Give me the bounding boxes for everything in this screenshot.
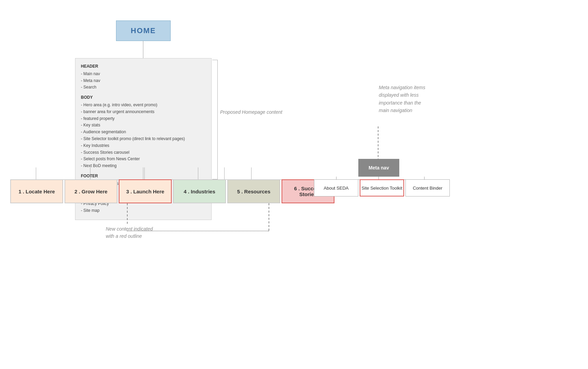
nav-item-1[interactable]: 1 . Locate Here [10,179,63,203]
body-item-2: - banner area for urgent announcements [81,109,206,115]
nav-item-5[interactable]: 5 . Resources [227,179,280,203]
body-item-8: - Success Stories carousel [81,149,206,156]
footer-item-5: - Site map [81,207,206,214]
dotted-line-success-v [269,203,269,231]
nav-item-2[interactable]: 2 . Grow Here [64,179,117,203]
body-item-1: - Hero area (e.g. intro video, event pro… [81,102,206,109]
nav-item-3[interactable]: 3 . Launch Here [119,179,172,203]
dotted-line-meta [378,126,378,161]
annotation-red-outline: New content indicatedwith a red outline [106,226,153,240]
header-title: HEADER [81,63,206,70]
line-nav-vert-1 [36,167,36,180]
line-nav-vert-3 [144,167,145,180]
body-item-10: - Next BoD meeting [81,163,206,169]
body-item-5: - Audience segmentation [81,129,206,136]
body-item-9: - Select posts from News Center [81,156,206,163]
line-nav-vert-2 [90,167,90,180]
meta-sub-toolkit[interactable]: Site Selection Toolkit [360,179,404,196]
line-nav-vert-5 [224,167,225,180]
nav-item-4[interactable]: 4 . Industries [173,179,226,203]
line-home-down [143,41,143,60]
bracket-line [212,60,218,179]
nav-items-row: 1 . Locate Here 2 . Grow Here 3 . Launch… [10,179,336,203]
meta-sub-binder[interactable]: Content Binder [405,179,450,196]
line-nav-vert-4 [198,167,198,180]
header-item-3: - Search [81,84,206,91]
header-item-1: - Main nav [81,71,206,78]
dotted-line-launch [127,203,128,224]
body-item-6: - Site Selector toolkit promo (direct li… [81,136,206,142]
line-nav-vert-home [143,167,143,180]
body-title: BODY [81,94,206,101]
body-item-3: - featured property [81,115,206,122]
footer-title: FOOTER [81,173,206,180]
annotation-proposed: Proposed Homepage content [220,109,282,115]
body-item-7: - Key Industries [81,142,206,149]
home-node: HOME [116,20,171,41]
home-label: HOME [131,26,156,35]
meta-sub-about[interactable]: About SEDA [314,179,358,196]
line-nav-vert-6 [251,167,252,180]
body-item-4: - Key stats [81,122,206,129]
meta-nav-annotation: Meta navigation items displayed with les… [379,84,447,114]
meta-sub-items: About SEDA Site Selection Toolkit Conten… [314,179,450,196]
header-item-2: - Meta nav [81,78,206,84]
meta-nav-box: Meta nav [358,159,399,177]
